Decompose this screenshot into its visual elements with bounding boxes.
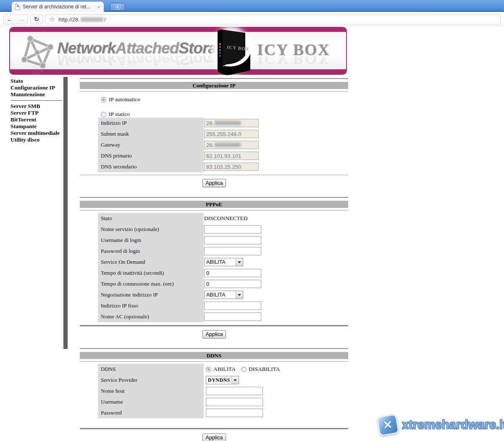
radio-ddns-abilita[interactable] xyxy=(206,367,211,372)
divider xyxy=(80,175,348,175)
radio-label: DISABILITA xyxy=(249,366,280,373)
table-row: DNS secondario 83.103.25.250 xyxy=(98,161,348,172)
tempo-connessione-input[interactable] xyxy=(204,280,261,288)
ddns-username-input[interactable] xyxy=(206,398,263,406)
divider xyxy=(80,428,348,429)
sidebar-item-stato[interactable]: Stato xyxy=(10,78,63,84)
browser-tab[interactable]: Server di archiviazione di ret... × xyxy=(11,1,104,12)
dns-primario-input[interactable]: 62.101.93.101 xyxy=(204,152,259,160)
sidebar-item-stampante[interactable]: Stampante xyxy=(10,123,63,130)
field-label: Nome host xyxy=(98,386,204,396)
field-label: Nome servizio (opzionale) xyxy=(98,224,204,235)
dns-secondario-input[interactable]: 83.103.25.250 xyxy=(204,163,259,171)
sidebar-menu: Stato Configurazione IP Manutenzione Ser… xyxy=(10,78,63,143)
divider xyxy=(80,210,348,210)
pppoe-status-value: DISCONNECTED xyxy=(204,215,248,222)
sidebar-item-manutenzione[interactable]: Manutenzione xyxy=(10,91,63,98)
table-row: Subnet mask 255.255.248.0 xyxy=(98,129,348,139)
sidebar-item-server-smb[interactable]: Server SMB xyxy=(10,103,63,110)
sidebar-item-utility-disco[interactable]: Utility disco xyxy=(10,136,63,143)
radio-ddns-disabilita[interactable] xyxy=(241,367,247,372)
applica-button-ddns[interactable]: Applica xyxy=(202,433,226,441)
nas-banner: NetworkAttachedStorage NetworkAttachedSt… xyxy=(9,27,347,75)
refresh-button[interactable]: ↻ xyxy=(30,14,43,24)
ddns-table: DDNS ABILITA DISABILITA Service Provider… xyxy=(98,364,348,418)
table-row: Username xyxy=(98,396,348,407)
field-label: Service On Demand xyxy=(98,257,204,268)
page-icon xyxy=(15,4,20,10)
xtremehardware-watermark: ✕ xtremehardware.it xyxy=(378,415,504,435)
browser-toolbar: ← → ↻ ☆ http://28./ xyxy=(0,13,504,26)
applica-button-ip[interactable]: Applica xyxy=(202,179,226,187)
url-text: http://28./ xyxy=(58,16,105,23)
screen: Server di archiviazione di ret... × + ← … xyxy=(0,0,504,441)
url-prefix: http://28. xyxy=(58,16,80,23)
subnet-mask-input[interactable]: 255.255.248.0 xyxy=(204,130,259,138)
sidebar-item-bittorrent[interactable]: BitTorrent xyxy=(10,116,63,123)
radio-label: IP statico xyxy=(109,111,130,118)
frame-divider-bar[interactable] xyxy=(63,77,68,349)
banner-top-band xyxy=(10,28,346,32)
chevron-down-icon[interactable] xyxy=(236,291,243,299)
brand-network: Network xyxy=(57,39,116,57)
radio-row-ip-statico[interactable]: IP statico xyxy=(101,111,130,118)
gateway-input[interactable]: 28. xyxy=(204,141,259,149)
xtremehardware-x-icon: ✕ xyxy=(376,413,399,436)
field-label: Password xyxy=(98,407,204,418)
service-provider-select[interactable]: DYNDNS xyxy=(206,376,239,384)
radio-ip-automatico[interactable] xyxy=(101,97,106,102)
url-suffix: / xyxy=(104,16,106,23)
table-row: Password xyxy=(98,407,348,418)
address-bar[interactable]: ☆ http://28./ xyxy=(45,14,501,24)
negoziazione-ip-select[interactable]: ABILITA xyxy=(204,291,243,299)
close-icon[interactable]: × xyxy=(97,4,100,10)
section-title-configurazione-ip: Configurazione IP xyxy=(80,82,348,89)
sidebar-divider xyxy=(10,100,62,101)
table-row: Indirizzo IP 28. xyxy=(98,118,348,129)
tempo-inattivita-input[interactable] xyxy=(204,269,261,277)
radio-ip-statico[interactable] xyxy=(101,112,106,117)
nav-button-group: ← → xyxy=(3,14,28,24)
table-row: DDNS ABILITA DISABILITA xyxy=(98,364,348,375)
forward-icon[interactable]: → xyxy=(16,16,27,23)
new-tab-button[interactable]: + xyxy=(110,3,125,11)
radio-row-ip-automatico[interactable]: IP automatico xyxy=(101,96,140,103)
pppoe-table: Stato DISCONNECTED Nome servizio (opzion… xyxy=(98,213,348,322)
icybox-logo-reflection: ICY BOX xyxy=(257,56,330,68)
nome-ac-input[interactable] xyxy=(204,312,261,321)
table-row: Negoziazione indirizzo IP ABILITA xyxy=(98,289,348,300)
divider xyxy=(80,197,348,198)
bookmark-star-icon[interactable]: ☆ xyxy=(49,16,55,23)
table-row: Nome servizio (opzionale) xyxy=(98,224,348,235)
refresh-icon: ↻ xyxy=(34,16,39,23)
plus-icon: + xyxy=(115,4,121,10)
nome-servizio-input[interactable] xyxy=(204,225,261,234)
divider xyxy=(80,348,348,349)
table-row: Username di login xyxy=(98,235,348,246)
field-label: Password di login xyxy=(98,246,204,257)
divider xyxy=(80,361,348,362)
field-label: DNS secondario xyxy=(98,161,204,172)
username-login-input[interactable] xyxy=(204,236,261,244)
nome-host-input[interactable] xyxy=(206,387,263,395)
indirizzo-ip-input[interactable]: 28. xyxy=(204,119,259,127)
divider xyxy=(80,91,348,92)
blurred-value xyxy=(215,121,241,125)
password-login-input[interactable] xyxy=(204,247,261,255)
sidebar-item-server-ftp[interactable]: Server FTP xyxy=(10,110,63,116)
sidebar-item-server-multimediale[interactable]: Server multimediale xyxy=(10,130,63,136)
service-on-demand-select[interactable]: ABILITA xyxy=(204,258,243,266)
chevron-down-icon[interactable] xyxy=(236,258,243,266)
ddns-password-input[interactable] xyxy=(206,409,263,417)
indirizzo-ip-fisso-input[interactable] xyxy=(204,302,261,310)
chevron-down-icon[interactable] xyxy=(231,376,239,384)
table-row: Tempo di connessione max. (ore) xyxy=(98,278,348,289)
table-row: Indirizzo IP fisso xyxy=(98,300,348,311)
sidebar-item-configurazione-ip[interactable]: Configurazione IP xyxy=(10,84,63,91)
watermark-text: xtremehardware.it xyxy=(402,418,504,432)
applica-button-pppoe[interactable]: Applica xyxy=(202,330,226,339)
radio-label: IP automatico xyxy=(109,96,140,103)
blurred-value xyxy=(215,143,241,147)
back-icon[interactable]: ← xyxy=(4,16,16,23)
tab-title: Server di archiviazione di ret... xyxy=(23,4,94,10)
